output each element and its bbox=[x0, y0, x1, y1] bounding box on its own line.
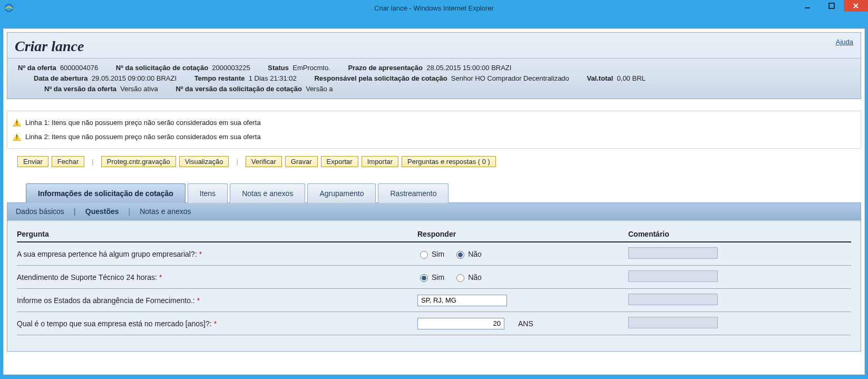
header-row-2: Data de abertura 29.05.2015 09:00:00 BRA… bbox=[18, 73, 850, 84]
radio-sim-label: Sim bbox=[432, 273, 444, 281]
warning-icon bbox=[13, 119, 21, 127]
warning-text: Linha 2: Itens que não possuem preço não… bbox=[25, 133, 261, 141]
col-header-responder: Responder bbox=[417, 230, 628, 238]
warning-line: Linha 2: Itens que não possuem preço não… bbox=[13, 130, 855, 144]
number-input-anos[interactable] bbox=[417, 318, 504, 329]
question-row: Qual é o tempo que sua empresa está no m… bbox=[17, 312, 851, 335]
label-solicitacao: Nº da solicitação de cotação bbox=[116, 64, 208, 72]
value-versao-solic: Versão a bbox=[306, 85, 333, 93]
comment-cell bbox=[628, 270, 851, 284]
minimize-button[interactable] bbox=[795, 0, 820, 12]
comment-input[interactable] bbox=[628, 270, 718, 282]
question-text: Informe os Estados da abrangência de For… bbox=[17, 296, 417, 305]
comment-cell bbox=[628, 247, 851, 260]
warning-text: Linha 1: Itens que não possuem preço não… bbox=[25, 119, 261, 127]
content-area: Ajuda Criar lance Nº da oferta 600000407… bbox=[3, 28, 865, 375]
question-text: A sua empresa pertence há algum grupo em… bbox=[17, 250, 417, 258]
label-responsavel: Responsável pela solicitação de cotação bbox=[314, 74, 447, 82]
main-tabs-wrap: Informações de solicitação de cotação It… bbox=[7, 183, 861, 352]
perguntas-button[interactable]: Perguntas e respostas ( 0 ) bbox=[402, 156, 496, 167]
question-text: Atendimento de Suporte Técnico 24 horas:… bbox=[17, 273, 417, 281]
enviar-button[interactable]: Enviar bbox=[17, 156, 48, 167]
maximize-button[interactable] bbox=[820, 0, 844, 12]
comment-cell bbox=[628, 317, 851, 330]
fechar-button[interactable]: Fechar bbox=[52, 156, 84, 167]
value-valtotal: 0,00 BRL bbox=[617, 74, 646, 82]
tab-agrupamento[interactable]: Agrupamento bbox=[307, 183, 376, 203]
header-row-3: Nº da versão da oferta Versão ativa Nº d… bbox=[18, 84, 850, 94]
main-tabs: Informações de solicitação de cotação It… bbox=[7, 183, 861, 202]
label-abertura: Data de abertura bbox=[34, 74, 88, 82]
window-title: Criar lance - Windows Internet Explorer bbox=[0, 4, 868, 12]
radio-nao[interactable]: Não bbox=[454, 249, 482, 259]
separator: | bbox=[236, 158, 238, 166]
tab-body: Dados básicos Questões Notas e anexos Pe… bbox=[7, 202, 861, 352]
question-row: A sua empresa pertence há algum grupo em… bbox=[17, 242, 851, 266]
value-responsavel: Senhor HO Comprador Decentralizado bbox=[451, 74, 569, 82]
gravar-button[interactable]: Gravar bbox=[285, 156, 318, 167]
text-input-estados[interactable] bbox=[417, 295, 507, 306]
radio-sim[interactable]: Sim bbox=[417, 273, 444, 282]
separator: | bbox=[92, 158, 93, 166]
col-header-pergunta: Pergunta bbox=[17, 230, 417, 238]
header-info: Nº da oferta 6000004076 Nº da solicitaçã… bbox=[7, 58, 861, 99]
label-valtotal: Val.total bbox=[587, 74, 613, 82]
radio-nao-label: Não bbox=[468, 250, 482, 258]
value-solicitacao: 2000003225 bbox=[212, 64, 250, 72]
titlebar: Criar lance - Windows Internet Explorer bbox=[0, 0, 868, 16]
visualizacao-button[interactable]: Visualização bbox=[179, 156, 229, 167]
col-header-comentario: Comentário bbox=[628, 230, 851, 238]
warning-line: Linha 1: Itens que não possuem preço não… bbox=[13, 115, 855, 130]
label-prazo: Prazo de apresentação bbox=[348, 64, 423, 72]
value-oferta: 6000004076 bbox=[60, 64, 98, 72]
radio-nao-label: Não bbox=[468, 273, 482, 281]
window-buttons bbox=[795, 0, 868, 12]
unit-label: ANS bbox=[518, 319, 533, 328]
tab-rastreamento[interactable]: Rastreamento bbox=[378, 183, 448, 203]
answer-cell: Sim Não bbox=[417, 249, 628, 259]
subtab-questoes[interactable]: Questões bbox=[74, 207, 119, 216]
answer-cell bbox=[417, 295, 628, 306]
warning-icon bbox=[13, 133, 21, 141]
label-status: Status bbox=[268, 64, 289, 72]
header-row-1: Nº da oferta 6000004076 Nº da solicitaçã… bbox=[18, 63, 850, 73]
warnings-box: Linha 1: Itens que não possuem preço não… bbox=[7, 111, 861, 149]
subtab-notas-anexos[interactable]: Notas e anexos bbox=[129, 207, 191, 216]
answer-cell: Sim Não bbox=[417, 273, 628, 282]
importar-button[interactable]: Importar bbox=[362, 156, 398, 167]
exportar-button[interactable]: Exportar bbox=[321, 156, 358, 167]
label-versao-solic: Nº da versão da solicitação de cotação bbox=[175, 85, 302, 93]
verificar-button[interactable]: Verificar bbox=[246, 156, 282, 167]
help-link[interactable]: Ajuda bbox=[836, 38, 853, 46]
question-row: Informe os Estados da abrangência de For… bbox=[17, 289, 851, 312]
label-tempo: Tempo restante bbox=[194, 74, 245, 82]
question-text: Qual é o tempo que sua empresa está no m… bbox=[17, 319, 417, 328]
comment-input[interactable] bbox=[628, 317, 718, 328]
label-oferta: Nº da oferta bbox=[18, 64, 56, 72]
page-header-panel: Ajuda Criar lance Nº da oferta 600000407… bbox=[7, 32, 861, 99]
close-button[interactable] bbox=[844, 0, 868, 12]
svg-rect-1 bbox=[805, 7, 810, 8]
tab-info-solicitacao[interactable]: Informações de solicitação de cotação bbox=[26, 183, 186, 203]
value-abertura: 29.05.2015 09:00:00 BRAZI bbox=[92, 74, 177, 82]
tab-notas-anexos[interactable]: Notas e anexos bbox=[230, 183, 305, 203]
value-prazo: 28.05.2015 15:00:00 BRAZI bbox=[426, 64, 511, 72]
proteg-button[interactable]: Proteg.cntr.gravação bbox=[101, 156, 176, 167]
comment-input[interactable] bbox=[628, 247, 718, 259]
page-title: Criar lance bbox=[15, 38, 853, 55]
question-row: Atendimento de Suporte Técnico 24 horas:… bbox=[17, 266, 851, 289]
questions-panel: Pergunta Responder Comentário A sua empr… bbox=[7, 222, 861, 351]
value-status: EmProcmto. bbox=[292, 64, 330, 72]
svg-rect-2 bbox=[829, 3, 834, 8]
toolbar: Enviar Fechar | Proteg.cntr.gravação Vis… bbox=[7, 156, 861, 167]
subtab-dados-basicos[interactable]: Dados básicos bbox=[16, 207, 64, 216]
comment-input[interactable] bbox=[628, 294, 718, 305]
answer-cell: ANS bbox=[417, 318, 628, 329]
tab-itens[interactable]: Itens bbox=[188, 183, 228, 203]
comment-cell bbox=[628, 294, 851, 307]
radio-nao[interactable]: Não bbox=[454, 273, 482, 282]
radio-sim[interactable]: Sim bbox=[417, 249, 444, 259]
questions-header-row: Pergunta Responder Comentário bbox=[17, 230, 851, 242]
label-versao-oferta: Nº da versão da oferta bbox=[44, 85, 116, 93]
value-versao-oferta: Versão ativa bbox=[120, 85, 158, 93]
